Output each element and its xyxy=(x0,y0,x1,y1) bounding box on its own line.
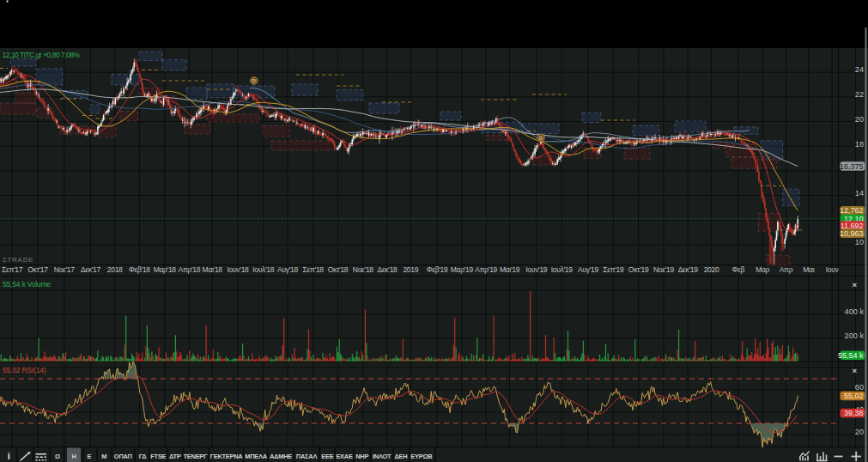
svg-text:Ιουλ'18: Ιουλ'18 xyxy=(252,265,275,274)
svg-text:ΠΑΣΑΛ: ΠΑΣΑΛ xyxy=(296,453,318,460)
svg-text:D: D xyxy=(539,136,543,141)
svg-text:Σεπ'19: Σεπ'19 xyxy=(603,265,624,274)
svg-text:14: 14 xyxy=(855,189,864,198)
svg-text:Μαρ'19: Μαρ'19 xyxy=(451,265,474,274)
svg-text:2020: 2020 xyxy=(704,265,719,274)
svg-text:Σεπ'18: Σεπ'18 xyxy=(303,265,325,274)
svg-text:ΓΕΚΤΕΡΝΑ: ΓΕΚΤΕΡΝΑ xyxy=(210,453,244,460)
svg-text:Η: Η xyxy=(71,453,76,460)
svg-text:Δεκ'18: Δεκ'18 xyxy=(378,265,398,274)
svg-text:Οκτ'17: Οκτ'17 xyxy=(27,265,48,274)
svg-text:22: 22 xyxy=(855,90,864,99)
svg-text:Ε: Ε xyxy=(87,453,91,460)
svg-text:Οκτ'18: Οκτ'18 xyxy=(328,265,349,274)
svg-text:39,38: 39,38 xyxy=(844,409,864,417)
svg-text:Αυγ'18: Αυγ'18 xyxy=(277,265,298,274)
svg-text:Απρ: Απρ xyxy=(780,265,793,274)
svg-text:ΤΕΝΕΡΓ: ΤΕΝΕΡΓ xyxy=(184,453,209,460)
svg-text:×: × xyxy=(853,366,858,375)
svg-text:ΑΔΜΗΕ: ΑΔΜΗΕ xyxy=(270,453,292,460)
svg-text:18: 18 xyxy=(855,140,864,149)
svg-text:Μαι'18: Μαι'18 xyxy=(203,265,223,274)
svg-text:ΓΔ: ΓΔ xyxy=(139,453,147,460)
svg-text:55,54 k: 55,54 k xyxy=(838,351,864,360)
svg-text:Σεπ'17: Σεπ'17 xyxy=(2,265,23,274)
svg-text:Αυγ'19: Αυγ'19 xyxy=(578,265,598,274)
svg-text:Δεκ'17: Δεκ'17 xyxy=(81,265,101,274)
svg-text:ΝΗΡ: ΝΗΡ xyxy=(355,453,368,460)
svg-text:ΕΕΕ: ΕΕΕ xyxy=(321,453,333,460)
svg-text:Ιουλ'19: Ιουλ'19 xyxy=(551,265,574,274)
svg-text:12,10 TITC.gr +0,80 7,08%: 12,10 TITC.gr +0,80 7,08% xyxy=(3,51,81,59)
svg-text:Μαρ'18: Μαρ'18 xyxy=(154,265,177,274)
svg-text:Νοε'19: Νοε'19 xyxy=(653,265,675,274)
svg-text:20: 20 xyxy=(855,428,864,436)
svg-text:ΔΤΡ: ΔΤΡ xyxy=(169,453,181,460)
svg-text:Φεβ'18: Φεβ'18 xyxy=(129,265,150,274)
svg-text:Δεκ'19: Δεκ'19 xyxy=(678,265,699,274)
svg-text:Ιουν'19: Ιουν'19 xyxy=(525,265,548,274)
svg-text:×: × xyxy=(853,280,858,289)
svg-text:Ιουν'18: Ιουν'18 xyxy=(228,265,250,274)
svg-text:Ιουν: Ιουν xyxy=(826,265,839,274)
svg-text:Μ: Μ xyxy=(101,453,106,460)
svg-text:55,54 k Volume: 55,54 k Volume xyxy=(3,280,51,289)
svg-text:Μαρ: Μαρ xyxy=(756,265,769,274)
svg-text:FTSE: FTSE xyxy=(150,453,166,460)
svg-text:60: 60 xyxy=(855,383,864,392)
svg-text:ΜΠΕΛΑ: ΜΠΕΛΑ xyxy=(245,453,267,460)
svg-text:Απρ'18: Απρ'18 xyxy=(179,265,201,274)
svg-text:Φεβ'19: Φεβ'19 xyxy=(427,265,448,274)
svg-text:24: 24 xyxy=(855,65,864,74)
svg-text:200 k: 200 k xyxy=(845,331,865,340)
svg-text:ΕΧΑΕ: ΕΧΑΕ xyxy=(336,453,353,460)
svg-text:12,762: 12,762 xyxy=(840,206,864,215)
svg-text:Οκτ'19: Οκτ'19 xyxy=(628,265,649,274)
svg-text:Ω: Ω xyxy=(55,453,60,460)
svg-text:Μαι'19: Μαι'19 xyxy=(500,265,520,274)
svg-text:D: D xyxy=(252,78,256,83)
svg-text:10,963: 10,963 xyxy=(840,229,864,238)
svg-text:Απρ'19: Απρ'19 xyxy=(475,265,497,274)
svg-text:ΙΝΛΟΤ: ΙΝΛΟΤ xyxy=(373,453,392,460)
svg-text:400 k: 400 k xyxy=(845,307,865,316)
svg-text:2019: 2019 xyxy=(403,265,418,274)
svg-text:i: i xyxy=(8,451,10,461)
svg-text:Νοε'18: Νοε'18 xyxy=(353,265,374,274)
svg-text:10: 10 xyxy=(855,238,864,246)
svg-text:2018: 2018 xyxy=(107,265,123,274)
svg-text:55,02: 55,02 xyxy=(844,392,864,400)
svg-text:ΔΕΗ: ΔΕΗ xyxy=(395,453,408,460)
svg-text:ΟΠΑΠ: ΟΠΑΠ xyxy=(114,453,132,460)
svg-text:ΣTRADE: ΣTRADE xyxy=(3,256,33,264)
svg-text:Νοε'17: Νοε'17 xyxy=(54,265,76,274)
svg-text:Μαι: Μαι xyxy=(803,265,814,274)
svg-text:20: 20 xyxy=(855,115,864,124)
svg-text:55,02 RSI(14): 55,02 RSI(14) xyxy=(3,366,46,374)
svg-text:Φεβ: Φεβ xyxy=(732,265,745,274)
svg-text:ΕΥΡΩΒ: ΕΥΡΩΒ xyxy=(410,453,433,460)
svg-text:16,375: 16,375 xyxy=(840,162,864,171)
